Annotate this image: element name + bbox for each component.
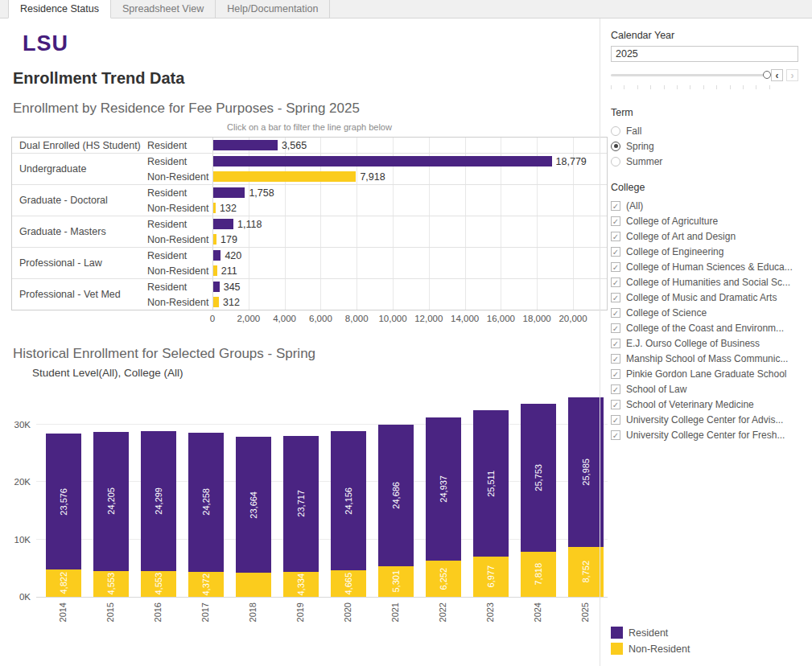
calendar-year-prev-button[interactable]: ‹ — [771, 69, 783, 81]
checkbox-checked-icon[interactable]: ✓ — [611, 293, 620, 302]
calendar-year-input[interactable] — [611, 46, 798, 62]
chart2-bar-2021-resident[interactable]: 24,686 — [378, 425, 414, 566]
checkbox-checked-icon[interactable]: ✓ — [611, 354, 620, 364]
chart2-bar-2023-non-resident[interactable]: 6,977 — [473, 557, 509, 597]
chart2-bar-value: 23,664 — [249, 491, 258, 519]
tab-help-documentation[interactable]: Help/Documentation — [216, 0, 330, 18]
term-option-fall[interactable]: Fall — [611, 123, 804, 138]
checkbox-checked-icon[interactable]: ✓ — [611, 339, 620, 348]
college-option-college-of-music-and-dramatic-arts[interactable]: ✓College of Music and Dramatic Arts — [611, 290, 804, 305]
chart2-bar-2020-non-resident[interactable]: 4,665 — [331, 570, 366, 597]
college-option-college-of-art-and-design[interactable]: ✓College of Art and Design — [611, 228, 804, 244]
college-option-label: College of Humanities and Social Sc... — [626, 277, 790, 288]
checkbox-checked-icon[interactable]: ✓ — [611, 278, 620, 287]
chart1-bar-undergraduate-resident[interactable] — [213, 156, 552, 166]
radio-summer-icon[interactable] — [611, 157, 620, 166]
college-option-university-college-center-for-fresh[interactable]: ✓University College Center for Fresh... — [611, 427, 804, 442]
chart1-bar-professional-law-resident[interactable] — [213, 250, 221, 261]
slider-tick — [624, 85, 624, 89]
y-tick-label: 0K — [0, 592, 31, 602]
slider-tick — [690, 85, 690, 89]
college-option-college-of-humanities-and-social-sc[interactable]: ✓College of Humanities and Social Sc... — [611, 274, 804, 290]
chart1-bar-area: 1,118 — [213, 216, 607, 232]
checkbox-checked-icon[interactable]: ✓ — [611, 323, 620, 333]
college-option-e-j-ourso-college-of-business[interactable]: ✓E.J. Ourso College of Business — [611, 335, 804, 351]
radio-spring-icon[interactable] — [611, 142, 620, 151]
chart2-bar-value: 7,818 — [534, 563, 543, 586]
college-option-college-of-agriculture[interactable]: ✓College of Agriculture — [611, 213, 804, 228]
chart1-bar-professional-vet-med-non-resident[interactable] — [213, 297, 219, 307]
chart2-bar-2024-non-resident[interactable]: 7,818 — [521, 552, 556, 597]
chart2-bar-2024-resident[interactable]: 25,753 — [521, 404, 556, 552]
checkbox-checked-icon[interactable]: ✓ — [611, 308, 620, 318]
chart1-bar-dual-enrolled-hs-student-resident[interactable] — [213, 140, 278, 150]
college-option-label: E.J. Ourso College of Business — [626, 338, 760, 349]
college-option-college-of-the-coast-and-environm[interactable]: ✓College of the Coast and Environm... — [611, 320, 804, 335]
checkbox-checked-icon[interactable]: ✓ — [611, 430, 620, 440]
tab-spreadsheet-view[interactable]: Spreadsheet View — [111, 0, 216, 18]
chart1-bar-value: 1,118 — [237, 219, 262, 230]
checkbox-checked-icon[interactable]: ✓ — [611, 400, 620, 409]
chart1-bar-graduate-masters-resident[interactable] — [213, 219, 233, 229]
chart2-bar-2017-non-resident[interactable]: 4,372 — [188, 572, 224, 597]
checkbox-checked-icon[interactable]: ✓ — [611, 216, 620, 226]
chart1-bar-graduate-doctoral-resident[interactable] — [213, 187, 245, 198]
college-option-school-of-veterinary-medicine[interactable]: ✓School of Veterinary Medicine — [611, 397, 804, 412]
chart2-bar-2022-non-resident[interactable]: 6,252 — [426, 561, 461, 597]
college-option-college-of-engineering[interactable]: ✓College of Engineering — [611, 244, 804, 259]
chart2-bar-2025-resident[interactable]: 25,985 — [568, 397, 604, 547]
radio-fall-icon[interactable] — [611, 126, 620, 136]
checkbox-checked-icon[interactable]: ✓ — [611, 201, 620, 211]
chart2-bar-2020-resident[interactable]: 24,156 — [331, 431, 366, 570]
checkbox-checked-icon[interactable]: ✓ — [611, 415, 620, 425]
chart2-bar-value: 24,205 — [106, 487, 116, 515]
chart2-bar-2015-non-resident[interactable]: 4,553 — [93, 571, 129, 598]
term-option-summer[interactable]: Summer — [611, 154, 804, 169]
chart2-bar-2018-resident[interactable]: 23,664 — [236, 437, 271, 573]
tab-residence-status[interactable]: Residence Status — [8, 0, 111, 18]
legend-item-resident[interactable]: Resident — [611, 627, 690, 639]
chart1-bar-undergraduate-non-resident[interactable] — [213, 171, 356, 182]
calendar-year-next-button[interactable]: › — [786, 69, 798, 81]
chart2-bar-2019-resident[interactable]: 23,717 — [283, 436, 319, 572]
chart2-bar-2022-resident[interactable]: 24,937 — [426, 417, 461, 561]
checkbox-checked-icon[interactable]: ✓ — [611, 232, 620, 241]
chart1-bar-graduate-masters-non-resident[interactable] — [213, 234, 216, 245]
chart2-bar-2016-resident[interactable]: 24,299 — [141, 431, 176, 571]
chart2-bar-2014-non-resident[interactable]: 4,822 — [46, 569, 81, 597]
calendar-year-slider-track[interactable] — [611, 74, 768, 76]
checkbox-checked-icon[interactable]: ✓ — [611, 369, 620, 379]
chart2-bar-2017-resident[interactable]: 24,258 — [188, 433, 224, 572]
chart1-bar-professional-vet-med-resident[interactable] — [213, 282, 220, 292]
college-option-college-of-science[interactable]: ✓College of Science — [611, 305, 804, 320]
term-option-label: Spring — [626, 141, 654, 152]
checkbox-checked-icon[interactable]: ✓ — [611, 262, 620, 272]
chart2-bar-2014-resident[interactable]: 23,576 — [46, 434, 81, 569]
chart1-bar-professional-law-non-resident[interactable] — [213, 265, 217, 276]
college-option-label: School of Veterinary Medicine — [626, 399, 754, 410]
chart2-bar-2016-non-resident[interactable]: 4,553 — [141, 571, 176, 598]
college-option-university-college-center-for-advis[interactable]: ✓University College Center for Advis... — [611, 412, 804, 427]
chart2-bar-2021-non-resident[interactable]: 5,301 — [378, 566, 414, 597]
college-option-pinkie-gordon-lane-graduate-school[interactable]: ✓Pinkie Gordon Lane Graduate School — [611, 366, 804, 381]
legend-item-non-resident[interactable]: Non-Resident — [611, 643, 690, 655]
chart2-bar-2015-resident[interactable]: 24,205 — [93, 432, 129, 571]
college-option-college-of-human-sciences-educa[interactable]: ✓College of Human Sciences & Educa... — [611, 259, 804, 274]
chart2-bar-2019-non-resident[interactable]: 4,334 — [283, 572, 319, 597]
term-option-spring[interactable]: Spring — [611, 138, 804, 154]
college-option-manship-school-of-mass-communic[interactable]: ✓Manship School of Mass Communic... — [611, 351, 804, 366]
chart2-bar-value: 8,752 — [581, 561, 591, 583]
chart1-group-undergraduate: UndergraduateResident18,779Non-Resident7… — [12, 154, 607, 185]
college-option-school-of-law[interactable]: ✓School of Law — [611, 381, 804, 397]
chart2-bar-2018-non-resident[interactable] — [236, 573, 271, 597]
chart2-bar-2025-non-resident[interactable]: 8,752 — [568, 547, 604, 598]
chart1-bar-graduate-doctoral-non-resident[interactable] — [213, 203, 216, 213]
slider-tick — [611, 85, 612, 89]
college-option-all[interactable]: ✓(All) — [611, 198, 804, 213]
checkbox-checked-icon[interactable]: ✓ — [611, 247, 620, 257]
chart1-bar-row: Resident18,779 — [147, 154, 607, 169]
checkbox-checked-icon[interactable]: ✓ — [611, 384, 620, 394]
calendar-year-slider-handle[interactable] — [763, 71, 771, 79]
chart1-residency-label: Non-Resident — [147, 203, 213, 214]
chart2-bar-2023-resident[interactable]: 25,511 — [473, 410, 509, 557]
